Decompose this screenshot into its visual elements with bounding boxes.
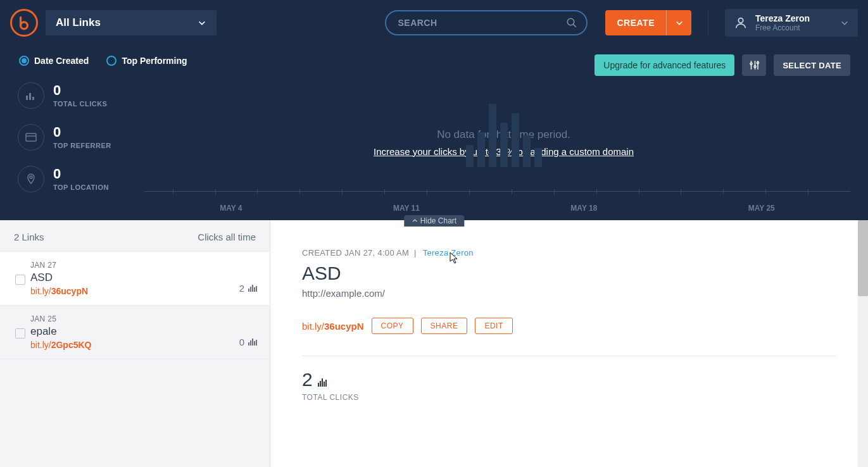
svg-rect-9 [26, 96, 28, 100]
timeline [144, 191, 850, 199]
item-shortlink[interactable]: bit.ly/2Gpc5KQ [30, 340, 257, 350]
search-icon[interactable] [566, 17, 577, 28]
checkbox[interactable] [15, 275, 25, 285]
tick-label: MAY 25 [748, 204, 775, 213]
bitly-logo-icon[interactable] [10, 9, 38, 37]
chevron-down-icon [675, 18, 684, 27]
creator-link[interactable]: Tereza Zeron [423, 248, 474, 258]
svg-rect-12 [26, 134, 36, 141]
stat-value: 0 [53, 167, 109, 181]
hide-chart-button[interactable]: Hide Chart [404, 215, 464, 227]
radio-selected-icon [19, 56, 29, 66]
divider [302, 356, 836, 356]
svg-point-14 [30, 176, 32, 178]
svg-rect-10 [29, 93, 31, 100]
scrollbar[interactable] [858, 220, 868, 467]
hide-chart-label: Hide Chart [420, 216, 456, 225]
total-clicks-label: TOTAL CLICKS [302, 393, 836, 402]
create-dropdown-button[interactable] [666, 10, 691, 35]
chevron-up-icon [412, 218, 418, 224]
item-click-count: 2 [239, 283, 257, 294]
stat-top-referrer: 0TOP REFERRER [18, 124, 111, 151]
filter-label: All Links [56, 16, 101, 29]
bars-icon [318, 378, 327, 387]
user-menu[interactable]: Tereza Zeron Free Account [725, 9, 858, 37]
chevron-down-icon [840, 18, 849, 27]
svg-point-0 [568, 18, 575, 25]
stats-column: 0TOTAL CLICKS 0TOP REFERRER 0TOP LOCATIO… [18, 82, 111, 192]
bars-icon [248, 285, 257, 292]
item-title: epale [30, 325, 257, 338]
bars-icon [248, 339, 257, 346]
chevron-down-icon [198, 18, 206, 27]
chart-bg-bars-icon [466, 104, 542, 167]
svg-point-2 [738, 18, 743, 23]
user-icon [734, 16, 748, 30]
item-date: JAN 25 [30, 314, 257, 323]
sort-date-created[interactable]: Date Created [19, 56, 89, 66]
stat-label: TOP LOCATION [53, 184, 109, 191]
dashboard-bar: Date Created Top Performing Upgrade for … [0, 46, 868, 220]
stat-value: 0 [53, 84, 107, 97]
divider [708, 11, 708, 35]
filter-dropdown[interactable]: All Links [46, 10, 217, 35]
create-button[interactable]: CREATE [605, 10, 666, 35]
stat-total-clicks: 0TOTAL CLICKS [18, 82, 111, 109]
stat-top-location: 0TOP LOCATION [18, 166, 111, 192]
svg-line-1 [574, 24, 577, 27]
item-click-count: 0 [239, 337, 257, 347]
copy-button[interactable]: COPY [372, 318, 413, 334]
bars-icon [18, 82, 44, 109]
search-wrap [385, 10, 588, 35]
links-list: 2 Links Clicks all time JAN 27 ASD bit.l… [0, 220, 270, 467]
detail-title: ASD [302, 263, 836, 284]
list-item[interactable]: JAN 27 ASD bit.ly/36ucypN 2 [0, 251, 270, 306]
sort-label: Date Created [34, 56, 89, 66]
short-link[interactable]: bit.ly/36ucypN [302, 321, 364, 332]
tick-label: MAY 18 [570, 204, 597, 213]
user-name: Tereza Zeron [755, 13, 810, 23]
original-url[interactable]: http://example.com/ [302, 288, 836, 299]
top-header: All Links CREATE Tereza Zeron Free Accou… [0, 0, 868, 46]
stat-label: TOTAL CLICKS [53, 100, 107, 108]
links-count: 2 Links [14, 232, 44, 242]
checkbox[interactable] [15, 328, 25, 339]
svg-rect-11 [32, 97, 34, 100]
tick-label: MAY 11 [393, 204, 420, 213]
edit-button[interactable]: EDIT [475, 318, 512, 334]
list-item[interactable]: JAN 25 epale bit.ly/2Gpc5KQ 0 [0, 306, 270, 359]
search-input[interactable] [385, 10, 588, 35]
pin-icon [18, 166, 44, 192]
scrollbar-thumb[interactable] [858, 220, 868, 296]
browser-icon [18, 124, 44, 151]
main-content: 2 Links Clicks all time JAN 27 ASD bit.l… [0, 220, 868, 467]
stat-label: TOP REFERRER [53, 142, 111, 149]
item-date: JAN 27 [30, 261, 257, 270]
clicks-filter[interactable]: Clicks all time [198, 232, 256, 242]
stat-value: 0 [53, 125, 111, 139]
share-button[interactable]: SHARE [421, 318, 468, 334]
create-group: CREATE [605, 10, 691, 35]
tick-label: MAY 4 [220, 204, 242, 213]
created-line: CREATED JAN 27, 4:00 AM | Tereza Zeron [302, 248, 836, 258]
radio-unselected-icon [106, 56, 116, 66]
item-title: ASD [30, 271, 257, 284]
total-clicks-value: 2 [302, 369, 836, 390]
timeline-labels: MAY 4 MAY 11 MAY 18 MAY 25 [144, 204, 850, 213]
item-shortlink[interactable]: bit.ly/36ucypN [30, 286, 257, 296]
list-header: 2 Links Clicks all time [0, 220, 270, 251]
link-detail: CREATED JAN 27, 4:00 AM | Tereza Zeron A… [270, 220, 868, 467]
user-tier: Free Account [755, 23, 810, 32]
